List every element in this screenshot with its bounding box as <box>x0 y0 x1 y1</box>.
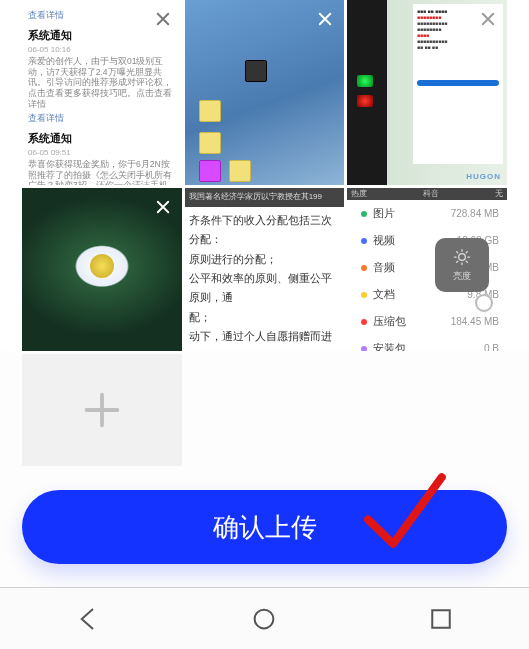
nav-recent-button[interactable] <box>426 604 456 634</box>
desktop-icon <box>199 100 221 122</box>
desktop-icon <box>229 160 251 182</box>
nav-home-button[interactable] <box>249 604 279 634</box>
close-icon[interactable] <box>312 6 338 32</box>
add-image-button[interactable] <box>22 354 182 466</box>
brightness-label: 亮度 <box>453 270 471 283</box>
desktop-icon <box>199 160 221 182</box>
article-line: 原则进行的分配； <box>189 250 341 269</box>
android-navbar <box>0 587 529 649</box>
confirm-label: 确认上传 <box>213 510 317 545</box>
desktop-icon <box>245 60 267 82</box>
thumbnail-storage[interactable]: 热度 科音 无 图片728.84 MB视频12.93 GB音频90.04 MB文… <box>347 188 507 351</box>
notif-title: 系统通知 <box>28 131 176 146</box>
article-line: 公平和效率的原则、侧重公平原则，通 <box>189 269 341 308</box>
notif-body: 恭喜你获得现金奖励，你于6月2N按照推荐了的拍摄《怎么关闭手机所有广告？秒变3招… <box>28 159 176 185</box>
storage-row: 压缩包184.45 MB <box>347 308 507 335</box>
indicator-light <box>357 95 373 107</box>
close-icon[interactable] <box>475 6 501 32</box>
view-details-link: 查看详情 <box>28 113 176 125</box>
thumbnail-phone-monitor[interactable]: ■■■ ■■ ■■■■ ■■■■■■■■ ■■■■■■■■■■ ■■■■■■■■… <box>347 0 507 185</box>
thumbnail-notifications[interactable]: 查看详情 系统通知 06-05 10:16 亲爱的创作人，由于与双01级别互动，… <box>22 0 182 185</box>
close-icon[interactable] <box>150 6 176 32</box>
brightness-icon <box>452 247 472 267</box>
desktop-icon <box>199 132 221 154</box>
thumbnail-lotus[interactable] <box>22 188 182 351</box>
notif-body: 亲爱的创作人，由于与双01级别互动，访7天获得了2.4万曝光胆显共讯。引导访问的… <box>28 56 176 109</box>
nav-back-button[interactable] <box>73 604 103 634</box>
brightness-popup: 亮度 <box>435 238 489 292</box>
confirm-upload-button[interactable]: 确认上传 <box>22 490 507 564</box>
hdr-label: 科音 <box>423 189 439 199</box>
storage-value: 184.45 MB <box>451 316 499 327</box>
svg-point-0 <box>459 254 466 261</box>
svg-rect-2 <box>432 610 450 628</box>
plus-icon <box>79 387 125 433</box>
article-header: 我国著名经济学家厉以宁教授在其199 <box>189 192 322 201</box>
hdr-label: 热度 <box>351 189 367 199</box>
article-line: 配； <box>189 308 341 327</box>
brightness-slider-handle[interactable] <box>475 294 493 312</box>
notif-time: 06-05 10:16 <box>28 45 176 54</box>
svg-point-1 <box>255 609 274 628</box>
notif-time: 06-05 09:51 <box>28 148 176 157</box>
brand-label: HUGON <box>466 172 501 181</box>
article-line: 动下，通过个人自愿捐赠而进行的分配。 <box>189 327 341 351</box>
storage-row: 安装包0 B <box>347 335 507 351</box>
storage-value: 0 B <box>484 343 499 351</box>
hdr-label: 无 <box>495 189 503 199</box>
storage-label: 安装包 <box>361 342 484 352</box>
thumbnail-desktop[interactable] <box>185 0 345 185</box>
close-icon[interactable] <box>150 194 176 220</box>
indicator-light <box>357 75 373 87</box>
storage-value: 728.84 MB <box>451 208 499 219</box>
storage-row: 图片728.84 MB <box>347 200 507 227</box>
storage-label: 图片 <box>361 207 450 221</box>
article-line: 齐条件下的收入分配包括三次分配： <box>189 211 341 250</box>
storage-label: 压缩包 <box>361 315 450 329</box>
thumbnail-article[interactable]: 我国著名经济学家厉以宁教授在其199 齐条件下的收入分配包括三次分配： 原则进行… <box>185 188 345 351</box>
